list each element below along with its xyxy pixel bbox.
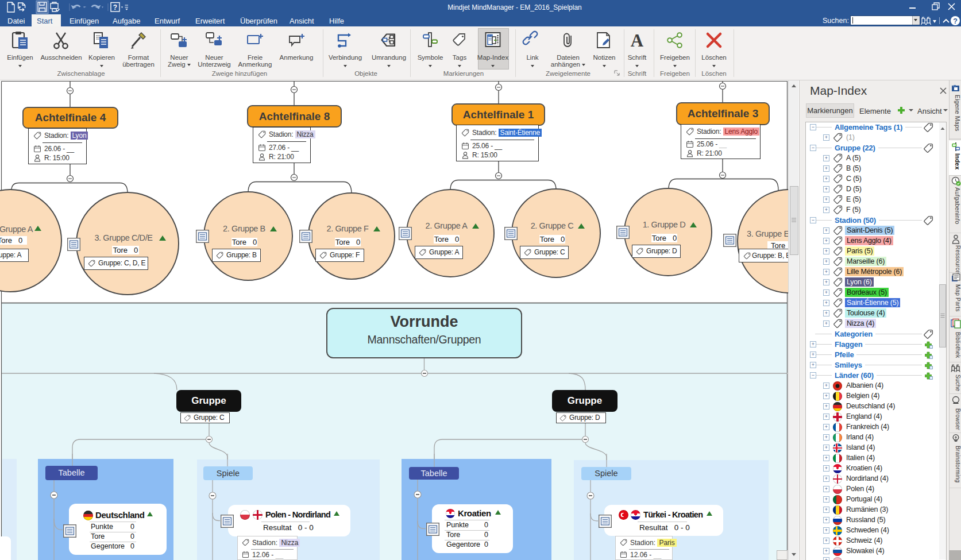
svg-text:?: ? xyxy=(953,17,958,25)
svg-text:?: ? xyxy=(113,3,117,11)
svg-text:A: A xyxy=(631,30,644,51)
